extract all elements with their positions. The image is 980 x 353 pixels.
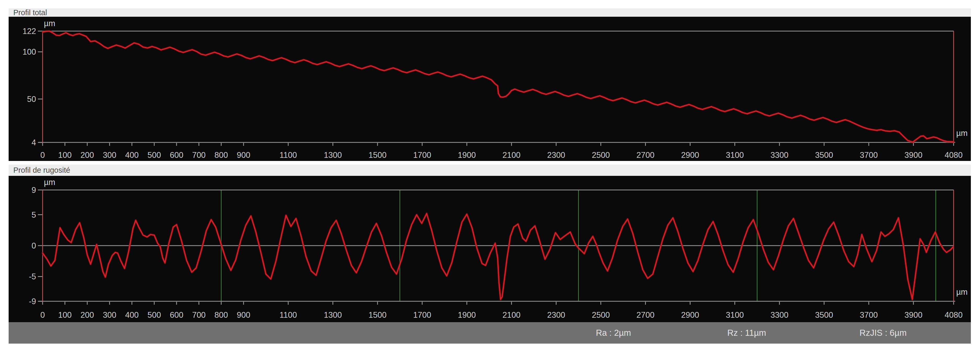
ra-value: Ra : 2µm [596, 322, 631, 343]
panel-title-profil-rugosite: Profil de rugosité [9, 165, 971, 176]
x-axis-unit-label-total: µm [956, 129, 968, 137]
panel-title-profil-total: Profil total [9, 8, 971, 17]
panel-title-label: Profil total [13, 8, 971, 17]
x-axis-unit-label-roughness: µm [956, 288, 968, 296]
results-status-bar: Ra : 2µm Rz : 11µm RzJIS : 6µm [9, 322, 971, 343]
y-axis-unit-label-roughness: µm [44, 178, 56, 186]
metrology-app-window: Profil total Profil de rugosité µm µm µm… [0, 0, 980, 353]
y-axis-unit-label-total: µm [44, 19, 56, 27]
rzjis-value: RzJIS : 6µm [859, 322, 907, 343]
rz-value: Rz : 11µm [727, 322, 766, 343]
chart-total-profile-area[interactable] [9, 17, 971, 161]
chart-roughness-profile-area[interactable] [9, 176, 971, 322]
panel-title-label: Profil de rugosité [13, 165, 971, 176]
